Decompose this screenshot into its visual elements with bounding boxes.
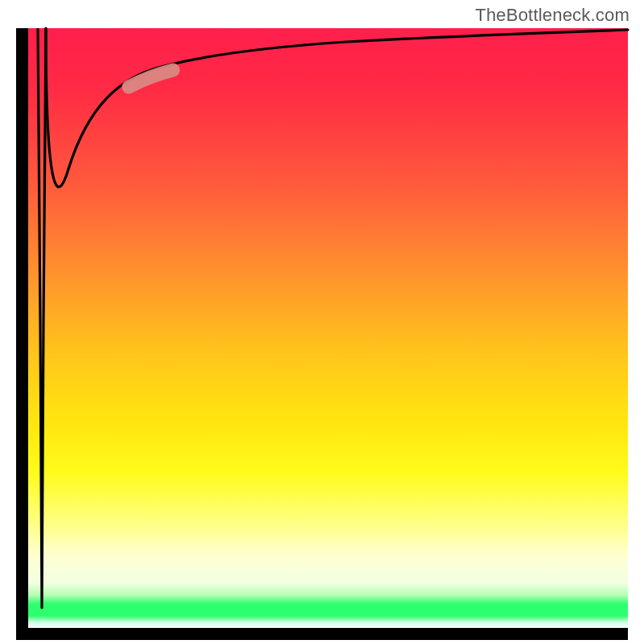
chart-curves (0, 0, 644, 644)
curve-highlight-segment (129, 70, 173, 87)
log-curve-line (46, 28, 628, 187)
vertical-dip-line (38, 28, 46, 608)
